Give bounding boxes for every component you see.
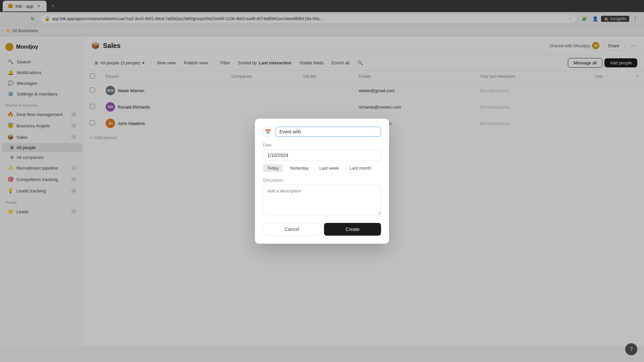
create-event-modal: 📅 Date Today Yesterday Last week Last mo… xyxy=(255,119,389,244)
modal-actions: Cancel Create xyxy=(263,223,381,236)
date-label: Date xyxy=(263,143,381,147)
cancel-button[interactable]: Cancel xyxy=(263,223,321,236)
shortcut-last-month[interactable]: Last month xyxy=(346,164,375,172)
modal-title-row: 📅 xyxy=(263,127,381,137)
date-input[interactable] xyxy=(263,149,381,161)
date-shortcuts: Today Yesterday Last week Last month xyxy=(263,164,381,172)
event-title-input[interactable] xyxy=(276,127,381,137)
description-label: Description xyxy=(263,178,381,183)
create-button[interactable]: Create xyxy=(324,223,381,236)
modal-overlay[interactable]: 📅 Date Today Yesterday Last week Last mo… xyxy=(0,0,644,346)
calendar-icon: 📅 xyxy=(263,127,272,136)
shortcut-last-week[interactable]: Last week xyxy=(315,164,343,172)
shortcut-yesterday[interactable]: Yesterday xyxy=(285,164,313,172)
shortcut-today[interactable]: Today xyxy=(263,164,283,172)
description-textarea[interactable] xyxy=(263,185,381,215)
